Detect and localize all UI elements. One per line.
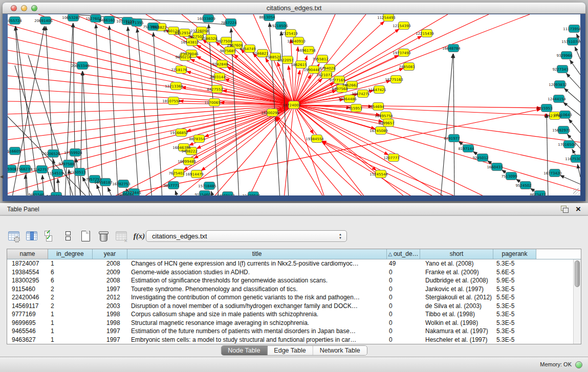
column-header-name[interactable]: name	[7, 249, 48, 259]
cell-in_degree[interactable]: 1	[48, 319, 93, 327]
column-header-short[interactable]: short	[420, 249, 493, 259]
cell-pagerank[interactable]: 5.9E-5	[493, 276, 536, 285]
cell-name[interactable]: 18724007	[7, 259, 48, 268]
cell-pagerank[interactable]: 5.3E-5	[493, 319, 536, 327]
cell-short[interactable]: Dudbridge et al. (2008)	[420, 276, 493, 285]
table-settings-icon[interactable]	[7, 229, 20, 243]
cell-title[interactable]: Embryonic stem cells: a model to study s…	[127, 336, 387, 344]
cell-pagerank[interactable]: 5.3E-5	[493, 327, 536, 336]
cell-title[interactable]: Investigating the contribution of common…	[127, 293, 387, 302]
column-header-year[interactable]: year	[93, 249, 127, 259]
cell-short[interactable]: Franke et al. (2009)	[420, 268, 493, 277]
cell-year[interactable]: 1997	[93, 336, 127, 344]
table-row[interactable]: 946362711997Embryonic stem cells: a mode…	[7, 336, 581, 344]
cell-pagerank[interactable]: 5.6E-5	[493, 268, 536, 277]
close-panel-icon[interactable]: ×	[576, 206, 581, 213]
cell-out_de[interactable]: 0	[387, 319, 420, 327]
cell-pagerank[interactable]: 5.3E-5	[493, 302, 536, 311]
table-row[interactable]: 977716911998Corpus callosum shape and si…	[7, 310, 581, 319]
float-window-icon[interactable]	[561, 206, 569, 213]
column-header-pagerank[interactable]: pagerank	[493, 249, 536, 259]
cell-in_degree[interactable]: 1	[48, 259, 93, 268]
cell-in_degree[interactable]: 6	[48, 268, 93, 277]
tab-network-table[interactable]: Network Table	[313, 346, 367, 355]
cell-year[interactable]: 1997	[93, 327, 127, 336]
cell-title[interactable]: Estimation of the future numbers of pati…	[127, 327, 387, 336]
table-vertical-scrollbar[interactable]	[573, 259, 581, 344]
table-row[interactable]: 1830029562008Estimation of significance …	[7, 276, 581, 285]
cell-short[interactable]: Wolkin et al. (1998)	[420, 319, 493, 327]
cell-year[interactable]: 1997	[93, 285, 127, 294]
table-row[interactable]: 1872400712008Changes of HCN gene express…	[7, 259, 581, 268]
network-canvas[interactable]: 1872400779638228960128891293423226058982…	[8, 14, 580, 195]
cell-short[interactable]: Nakamura et al. (1997)	[420, 327, 493, 336]
cell-pagerank[interactable]: 5.3E-5	[493, 336, 536, 344]
cell-short[interactable]: de Silva et al. (2003)	[420, 302, 493, 311]
cell-short[interactable]: Hescheler et al. (1997)	[420, 336, 493, 344]
table-row[interactable]: 969969511998Structural magnetic resonanc…	[7, 319, 581, 327]
cell-short[interactable]: Jankovic et al. (1997)	[420, 285, 493, 294]
scrollbar-thumb[interactable]	[575, 260, 580, 287]
cell-name[interactable]: 14569117	[7, 302, 48, 311]
cell-name[interactable]: 9463627	[7, 336, 48, 344]
cell-name[interactable]: 19384554	[7, 268, 48, 277]
cell-year[interactable]: 2003	[93, 302, 127, 311]
window-titlebar[interactable]: citations_edges.txt	[3, 3, 585, 14]
cell-in_degree[interactable]: 1	[48, 327, 93, 336]
cell-year[interactable]: 1998	[93, 319, 127, 327]
cell-pagerank[interactable]: 5.3E-5	[493, 259, 536, 268]
cell-year[interactable]: 2008	[93, 259, 127, 268]
cell-name[interactable]: 18300295	[7, 276, 48, 285]
cell-out_de[interactable]: 0	[387, 302, 420, 311]
cell-name[interactable]: 22420046	[7, 293, 48, 302]
cell-out_de[interactable]: 0	[387, 293, 420, 302]
cell-short[interactable]: Tibbo et al. (1998)	[420, 310, 493, 319]
cell-out_de[interactable]: 0	[387, 268, 420, 277]
column-header-in_degree[interactable]: in_degree	[48, 249, 93, 259]
cell-out_de[interactable]: 0	[387, 310, 420, 319]
cell-title[interactable]: Estimation of significance thresholds fo…	[127, 276, 387, 285]
table-selector-dropdown[interactable]: citations_edges.txt ▲▼	[146, 230, 347, 242]
zoom-button[interactable]	[31, 5, 37, 11]
tab-edge-table[interactable]: Edge Table	[267, 346, 313, 355]
cell-out_de[interactable]: 0	[387, 327, 420, 336]
table-row[interactable]: 911546021997Tourette syndrome. Phenomeno…	[7, 285, 581, 294]
cell-year[interactable]: 1998	[93, 310, 127, 319]
close-button[interactable]	[11, 5, 17, 11]
function-builder-icon[interactable]: f(x)	[133, 229, 146, 243]
cell-pagerank[interactable]: 5.3E-5	[493, 285, 536, 294]
cell-name[interactable]: 9777169	[7, 310, 48, 319]
network-graph[interactable]: 1872400779638228960128891293423226058982…	[8, 14, 580, 195]
table-row[interactable]: 1938455462009Genome-wide association stu…	[7, 268, 581, 277]
minimize-button[interactable]	[21, 5, 27, 11]
cell-out_de[interactable]: 0	[387, 276, 420, 285]
cell-out_de[interactable]: 0	[387, 285, 420, 294]
cell-title[interactable]: Changes of HCN gene expression and I(f) …	[127, 259, 387, 268]
cell-in_degree[interactable]: 6	[48, 276, 93, 285]
cell-pagerank[interactable]: 5.3E-5	[493, 310, 536, 319]
cell-year[interactable]: 2008	[93, 276, 127, 285]
cell-out_de[interactable]: 0	[387, 336, 420, 344]
column-header-title[interactable]: title	[127, 249, 387, 259]
cell-in_degree[interactable]: 2	[48, 302, 93, 311]
cell-pagerank[interactable]: 5.5E-5	[493, 293, 536, 302]
column-visibility-icon[interactable]	[25, 229, 38, 243]
cell-name[interactable]: 9699695	[7, 319, 48, 327]
table-row[interactable]: 2242004622012Investigating the contribut…	[7, 293, 581, 302]
cell-title[interactable]: Corpus callosum shape and size in male p…	[127, 310, 387, 319]
cell-name[interactable]: 9465546	[7, 327, 48, 336]
cell-title[interactable]: Structural magnetic resonance image aver…	[127, 319, 387, 327]
cell-in_degree[interactable]: 2	[48, 285, 93, 294]
cell-title[interactable]: Disruption of a novel member of a sodium…	[127, 302, 387, 311]
table-row[interactable]: 946554611997Estimation of the future num…	[7, 327, 581, 336]
select-columns-icon[interactable]	[43, 229, 56, 243]
cell-name[interactable]: 9115460	[7, 285, 48, 294]
cell-in_degree[interactable]: 1	[48, 310, 93, 319]
tab-node-table[interactable]: Node Table	[221, 346, 267, 355]
cell-out_de[interactable]: 49	[387, 259, 420, 268]
cell-year[interactable]: 2009	[93, 268, 127, 277]
cell-year[interactable]: 2012	[93, 293, 127, 302]
cell-title[interactable]: Tourette syndrome. Phenomenology and cla…	[127, 285, 387, 294]
table-row[interactable]: 1456911722003Disruption of a novel membe…	[7, 302, 581, 311]
column-header-out_de[interactable]: △ out_de…	[387, 249, 420, 259]
